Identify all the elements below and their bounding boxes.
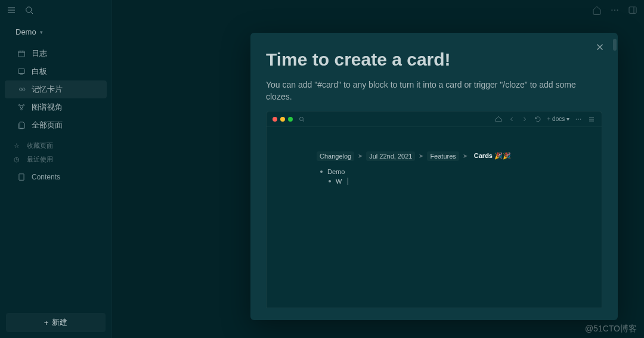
svg-point-15 (580, 119, 581, 119)
chevron-down-icon: ▾ (40, 29, 43, 35)
page-icon (17, 172, 26, 181)
demo-body: Changelog ➤ Jul 22nd, 2021 ➤ Features ➤ … (267, 127, 602, 186)
svg-point-12 (300, 117, 304, 120)
nav-label: 全部页面 (32, 120, 63, 131)
sidebar-item-journal[interactable]: 日志 (5, 45, 107, 63)
bullet-list: Demo W (317, 167, 552, 186)
new-label: 新建 (52, 317, 67, 328)
demo-pane: + docs ▾ Changelog ➤ Jul 22nd, 2021 ➤ Fe… (266, 111, 602, 308)
demo-back-icon[interactable] (507, 115, 516, 123)
whiteboard-icon (17, 67, 26, 76)
sidebar-favorites[interactable]: ☆ 收藏页面 (0, 139, 112, 153)
traffic-yellow-icon (280, 117, 285, 122)
demo-refresh-icon[interactable] (534, 115, 542, 123)
favorites-label: 收藏页面 (27, 141, 53, 150)
breadcrumb: Changelog ➤ Jul 22nd, 2021 ➤ Features ➤ … (317, 151, 552, 161)
sidebar-item-flashcards[interactable]: 记忆卡片 (5, 80, 107, 98)
svg-point-13 (576, 119, 577, 119)
breadcrumb-seg[interactable]: Features (427, 151, 459, 161)
breadcrumb-current: Cards 🎉🎉 (471, 151, 514, 161)
nav-label: 记忆卡片 (32, 84, 63, 95)
clock-icon: ◷ (12, 156, 21, 163)
nav-label: 日志 (32, 48, 47, 59)
sidebar-item-whiteboard[interactable]: 白板 (5, 63, 107, 80)
sidebar-recent[interactable]: ◷ 最近使用 (0, 153, 112, 166)
nav-label: 图谱视角 (32, 102, 63, 113)
search-icon[interactable] (24, 5, 35, 15)
demo-more-icon[interactable] (574, 115, 583, 123)
modal-subtitle: You can add "#card" to any block to turn… (250, 76, 618, 111)
demo-docs-button[interactable]: + docs ▾ (547, 116, 569, 122)
modal: Time to create a card! You can add "#car… (250, 33, 618, 320)
scrollbar-thumb[interactable] (613, 39, 617, 51)
bullet-item[interactable]: Demo (320, 167, 552, 176)
demo-topbar: + docs ▾ (267, 111, 602, 127)
sidebar-item-all-pages[interactable]: 全部页面 (5, 116, 107, 134)
pages-icon (17, 121, 26, 130)
demo-home-icon[interactable] (494, 115, 503, 123)
bullet-icon (329, 180, 331, 182)
recent-label: 最近使用 (27, 155, 53, 164)
traffic-lights (273, 117, 293, 122)
plus-icon: + (44, 318, 49, 327)
traffic-green-icon (288, 117, 293, 122)
svg-point-10 (20, 108, 21, 110)
main-area: Time to create a card! You can add "#car… (112, 0, 644, 338)
calendar-icon (17, 49, 26, 58)
star-icon: ☆ (12, 142, 21, 150)
bullet-text: Demo (327, 168, 345, 175)
nav-list: 日志 白板 记忆卡片 图谱视角 全部页面 (0, 45, 112, 134)
svg-point-0 (26, 7, 32, 13)
graph-icon (17, 103, 26, 112)
svg-rect-7 (18, 69, 24, 73)
menu-icon[interactable] (6, 5, 17, 15)
demo-menu-icon[interactable] (587, 115, 596, 123)
demo-search-icon[interactable] (298, 115, 306, 123)
breadcrumb-seg[interactable]: Jul 22nd, 2021 (366, 151, 415, 161)
bullet-text: W (336, 178, 342, 185)
demo-forward-icon[interactable] (521, 115, 529, 123)
sidebar: Demo ▾ 日志 白板 记忆卡片 图谱视角 全部页面 (0, 0, 112, 338)
watermark: @51CTO博客 (585, 324, 637, 334)
bullet-icon (320, 170, 323, 173)
modal-title: Time to create a card! (266, 49, 602, 70)
svg-rect-11 (18, 173, 23, 180)
infinity-icon (17, 85, 26, 94)
chevron-right-icon: ➤ (419, 153, 423, 159)
bullet-item[interactable]: W (329, 176, 552, 186)
breadcrumb-seg[interactable]: Changelog (317, 151, 354, 161)
traffic-red-icon (273, 117, 277, 122)
text-cursor-icon (348, 178, 348, 185)
sidebar-item-graph[interactable]: 图谱视角 (5, 98, 107, 116)
contents-label: Contents (32, 173, 60, 181)
chevron-right-icon: ➤ (463, 153, 467, 159)
close-icon[interactable] (594, 41, 606, 53)
new-button[interactable]: + 新建 (6, 313, 106, 332)
svg-point-14 (578, 119, 579, 119)
workspace-name: Demo (16, 27, 36, 36)
svg-rect-6 (18, 51, 24, 57)
sidebar-contents[interactable]: Contents (5, 169, 107, 185)
chevron-right-icon: ➤ (358, 153, 363, 159)
workspace-selector[interactable]: Demo ▾ (0, 24, 112, 40)
nav-label: 白板 (32, 66, 47, 77)
